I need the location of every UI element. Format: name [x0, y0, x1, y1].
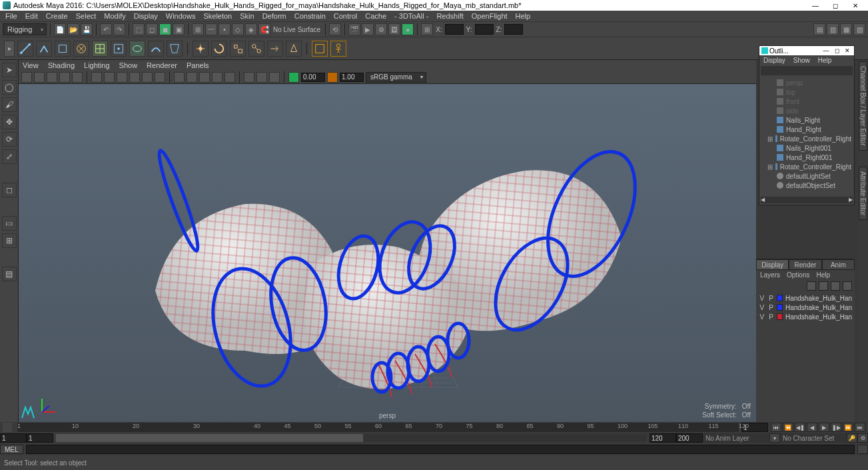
- panel-menu-view[interactable]: View: [23, 61, 39, 69]
- menu-file[interactable]: File: [1, 12, 21, 20]
- outliner-menu-show[interactable]: Show: [793, 57, 810, 64]
- render-frame-icon[interactable]: 🎬: [348, 23, 360, 35]
- new-scene-icon[interactable]: 📄: [54, 23, 66, 35]
- film-gate-icon[interactable]: [104, 72, 115, 83]
- close-button[interactable]: ✕: [845, 0, 865, 11]
- shadows-icon[interactable]: [224, 72, 235, 83]
- outliner-item[interactable]: Hand_Right: [762, 125, 851, 134]
- maximize-button[interactable]: ◻: [825, 0, 845, 11]
- menu-openflight[interactable]: OpenFlight: [468, 12, 512, 20]
- blend-shape-icon[interactable]: [129, 41, 145, 57]
- wireframe-icon[interactable]: [174, 72, 185, 83]
- layer-move-up-icon[interactable]: [807, 281, 816, 291]
- layer-playback-toggle[interactable]: P: [768, 313, 775, 321]
- pole-vector-icon[interactable]: [286, 41, 302, 57]
- snap-live-icon[interactable]: ◈: [245, 23, 257, 35]
- menu-windows[interactable]: Windows: [162, 12, 200, 20]
- paint-select-tool-icon[interactable]: 🖌: [2, 97, 17, 112]
- field-chart-icon[interactable]: [142, 72, 153, 83]
- panel-layout-icon[interactable]: ⊞: [421, 23, 433, 35]
- lattice-icon[interactable]: [92, 41, 108, 57]
- hypershade-icon[interactable]: ●: [402, 23, 414, 35]
- playback-end-input[interactable]: [650, 433, 676, 443]
- play-forward-icon[interactable]: ▶: [819, 423, 829, 432]
- panel-menu-lighting[interactable]: Lighting: [84, 61, 110, 69]
- outliner-toggle-icon[interactable]: ▤: [2, 267, 17, 281]
- minimize-button[interactable]: —: [805, 0, 825, 11]
- scale-tool-icon[interactable]: ⤢: [2, 149, 17, 164]
- layer-playback-toggle[interactable]: P: [768, 295, 775, 302]
- snap-plane-icon[interactable]: ◇: [232, 23, 244, 35]
- wrap-deformer-icon[interactable]: [167, 41, 183, 57]
- timeline-key-icon[interactable]: [3, 423, 12, 432]
- exposure-toggle-icon[interactable]: [288, 72, 299, 83]
- step-back-icon[interactable]: ◀❚: [795, 423, 805, 432]
- layer-color-swatch[interactable]: [777, 313, 782, 320]
- resolution-gate-icon[interactable]: [117, 72, 127, 83]
- layer-visibility-toggle[interactable]: V: [759, 313, 765, 321]
- snap-point-icon[interactable]: •: [218, 23, 230, 35]
- command-input[interactable]: [26, 445, 855, 454]
- view-transform-dropdown[interactable]: sRGB gamma: [366, 72, 426, 83]
- camera-select-icon[interactable]: [21, 72, 32, 83]
- layer-row[interactable]: VPHandshake_Hulk_Hands_R: [756, 293, 855, 303]
- textured-icon[interactable]: [199, 72, 210, 83]
- ipr-render-icon[interactable]: ▶: [362, 23, 374, 35]
- layer-new-empty-icon[interactable]: [831, 281, 840, 291]
- layer-row[interactable]: VPHandshake_Hulk_Hands_R: [756, 303, 855, 312]
- layer-visibility-toggle[interactable]: V: [759, 304, 765, 311]
- render-view-icon[interactable]: 🖼: [388, 23, 400, 35]
- menu-deform[interactable]: Deform: [258, 12, 290, 20]
- outliner-item[interactable]: top: [762, 87, 851, 97]
- expand-icon[interactable]: ⊞: [767, 135, 773, 143]
- menu-constrain[interactable]: Constrain: [290, 12, 330, 20]
- outliner-item[interactable]: side: [762, 106, 851, 115]
- outliner-close-button[interactable]: ✕: [843, 47, 852, 54]
- range-slider[interactable]: [56, 434, 647, 442]
- outliner-search-input[interactable]: [761, 66, 853, 75]
- layer-menu-options[interactable]: Options: [787, 271, 809, 279]
- menu-select[interactable]: Select: [72, 12, 101, 20]
- outliner-item[interactable]: Nails_Right: [762, 115, 851, 125]
- menu-create[interactable]: Create: [42, 12, 72, 20]
- parent-constraint-icon[interactable]: [248, 41, 264, 57]
- anim-layer-dropdown[interactable]: No Anim Layer: [703, 433, 769, 443]
- layer-visibility-toggle[interactable]: V: [759, 295, 765, 302]
- layer-row[interactable]: VPHandshake_Hulk_Hands_R: [756, 312, 855, 321]
- use-lights-icon[interactable]: [212, 72, 222, 83]
- panel-menu-panels[interactable]: Panels: [187, 61, 209, 69]
- snap-curve-icon[interactable]: 〰: [205, 23, 217, 35]
- aim-constraint-icon[interactable]: [267, 41, 283, 57]
- grid-icon[interactable]: [91, 72, 102, 83]
- outliner-item[interactable]: defaultLightSet: [762, 171, 851, 181]
- go-to-end-icon[interactable]: ⏭: [855, 423, 865, 432]
- playback-prefs-icon[interactable]: ⚙: [857, 433, 868, 443]
- panel-menu-renderer[interactable]: Renderer: [147, 61, 177, 69]
- auto-key-icon[interactable]: 🔑: [847, 433, 857, 443]
- outliner-item[interactable]: front: [762, 97, 851, 106]
- outliner-window[interactable]: Outli... — ◻ ✕ Display Show Help perspto…: [759, 45, 855, 205]
- hik-icon[interactable]: [330, 41, 346, 57]
- outliner-menu-help[interactable]: Help: [818, 57, 832, 64]
- exposure-input[interactable]: [301, 73, 325, 82]
- menu-help[interactable]: Help: [512, 12, 535, 20]
- coord-x-input[interactable]: [445, 24, 464, 35]
- snap-grid-icon[interactable]: ⊞: [192, 23, 204, 35]
- shelf-tab-icon[interactable]: ▸: [4, 41, 15, 57]
- grease-pencil-icon[interactable]: [72, 72, 83, 83]
- layer-menu-layers[interactable]: Layers: [760, 271, 780, 279]
- orient-constraint-icon[interactable]: [211, 41, 227, 57]
- scale-constraint-icon[interactable]: [230, 41, 246, 57]
- outliner-item[interactable]: Hand_Right001: [762, 153, 851, 162]
- time-slider-track[interactable]: 1102030404550556065707580859095100105110…: [17, 423, 739, 432]
- expand-icon[interactable]: ⊞: [767, 163, 773, 171]
- menu-display[interactable]: Display: [130, 12, 162, 20]
- construction-history-icon[interactable]: ⟲: [329, 23, 341, 35]
- sidebar-toggle-2-icon[interactable]: ▥: [827, 23, 839, 35]
- isolate-select-icon[interactable]: [244, 72, 254, 83]
- menu-modify[interactable]: Modify: [100, 12, 129, 20]
- single-pane-icon[interactable]: ▭: [2, 216, 17, 231]
- attribute-editor-tab[interactable]: Attribute Editor: [859, 167, 867, 220]
- open-scene-icon[interactable]: 📂: [67, 23, 79, 35]
- sidebar-toggle-1-icon[interactable]: ▤: [813, 23, 825, 35]
